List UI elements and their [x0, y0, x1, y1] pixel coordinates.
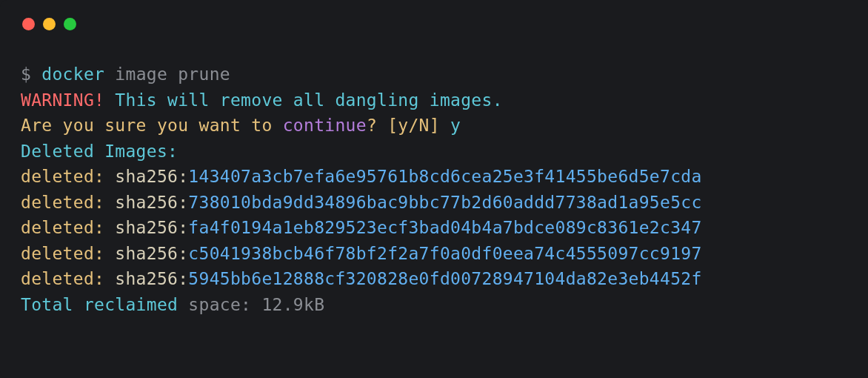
deleted-label: deleted: [21, 244, 115, 263]
sha-prefix: sha256: [115, 193, 188, 212]
window-controls [21, 18, 847, 30]
maximize-icon[interactable] [64, 18, 76, 30]
deleted-label: deleted: [21, 167, 115, 186]
command-line: $ docker image prune [21, 62, 847, 87]
deleted-label: deleted: [21, 269, 115, 288]
total-line: Total reclaimed space: 12.9kB [21, 292, 847, 318]
command-args: image prune [115, 64, 230, 84]
sha-hash: 143407a3cb7efa6e95761b8cd6cea25e3f41455b… [188, 167, 701, 186]
prompt: $ [21, 64, 41, 84]
confirm-line: Are you sure you want to continue? [y/N]… [21, 113, 847, 139]
terminal-window: $ docker image prune WARNING! This will … [0, 0, 868, 378]
deleted-row: deleted: sha256:738010bda9dd34896bac9bbc… [21, 190, 847, 216]
deleted-row: deleted: sha256:c5041938bcb46f78bf2f2a7f… [21, 241, 847, 267]
confirm-suffix: ? [y/N] [367, 116, 450, 135]
warning-text: This will remove all dangling images. [104, 90, 503, 110]
deleted-row: deleted: sha256:fa4f0194a1eb829523ecf3ba… [21, 215, 847, 241]
close-icon[interactable] [22, 18, 35, 30]
sha-prefix: sha256: [115, 167, 188, 186]
terminal-output[interactable]: $ docker image prune WARNING! This will … [21, 62, 847, 317]
confirm-answer: y [450, 116, 461, 135]
sha-hash: fa4f0194a1eb829523ecf3bad04b4a7bdce089c8… [188, 218, 701, 237]
total-value: 12.9kB [261, 295, 324, 314]
deleted-header-line: Deleted Images: [21, 139, 847, 165]
minimize-icon[interactable] [43, 18, 56, 30]
sha-prefix: sha256: [115, 269, 188, 288]
deleted-row: deleted: sha256:5945bb6e12888cf320828e0f… [21, 266, 847, 292]
deleted-header: Deleted Images: [21, 142, 178, 161]
warning-label: WARNING! [21, 90, 104, 110]
sha-prefix: sha256: [115, 244, 188, 263]
sha-prefix: sha256: [115, 218, 188, 237]
sha-hash: c5041938bcb46f78bf2f2a7f0a0df0eea74c4555… [188, 244, 701, 263]
sha-hash: 5945bb6e12888cf320828e0fd00728947104da82… [188, 269, 701, 288]
command-name: docker [41, 64, 104, 84]
deleted-label: deleted: [21, 218, 115, 237]
warning-line: WARNING! This will remove all dangling i… [21, 87, 847, 113]
total-suffix: space: [178, 295, 261, 314]
confirm-prefix: Are you sure you want to [21, 116, 283, 135]
deleted-label: deleted: [21, 193, 115, 212]
confirm-keyword: continue [283, 116, 367, 135]
deleted-row: deleted: sha256:143407a3cb7efa6e95761b8c… [21, 164, 847, 190]
sha-hash: 738010bda9dd34896bac9bbc77b2d60addd7738a… [188, 193, 701, 212]
total-label: Total reclaimed [21, 295, 178, 314]
